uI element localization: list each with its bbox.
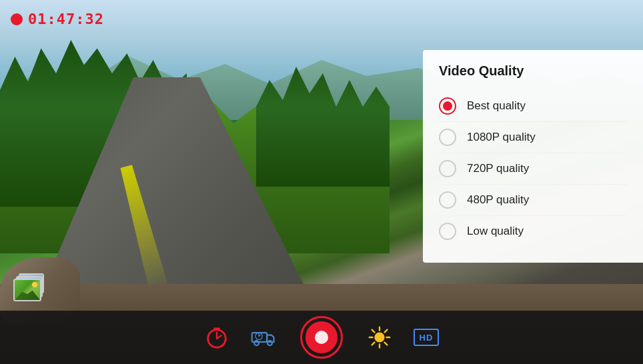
truck-icon xyxy=(251,325,276,350)
radio-720p xyxy=(439,160,456,177)
radio-1080p xyxy=(439,129,456,146)
radio-low xyxy=(439,223,456,240)
quality-option-720p[interactable]: 720P quality xyxy=(439,153,627,185)
radio-best xyxy=(439,97,456,115)
timer-icon xyxy=(204,325,229,350)
brightness-button[interactable] xyxy=(356,314,403,361)
recording-indicator: 01:47:32 xyxy=(11,11,104,27)
gallery-button[interactable] xyxy=(13,273,48,304)
quality-label-720p: 720P quality xyxy=(467,162,529,175)
record-button[interactable] xyxy=(300,316,343,359)
quality-label-1080p: 1080P quality xyxy=(467,131,536,144)
quality-label-480p: 480P quality xyxy=(467,193,529,207)
recording-time: 01:47:32 xyxy=(28,11,104,27)
quality-panel: Video Quality Best quality 1080P quality… xyxy=(423,50,643,263)
svg-line-18 xyxy=(372,343,375,345)
panel-title: Video Quality xyxy=(439,63,627,79)
recording-dot xyxy=(11,13,23,25)
quality-label-best: Best quality xyxy=(467,99,526,113)
bottom-toolbar: HD xyxy=(0,311,643,364)
truck-timer-button[interactable] xyxy=(240,314,287,361)
hd-button[interactable]: HD xyxy=(403,314,450,361)
sun-icon xyxy=(367,325,392,350)
radio-480p xyxy=(439,191,456,209)
svg-line-17 xyxy=(385,330,388,333)
hd-icon: HD xyxy=(414,329,439,346)
record-dot xyxy=(315,331,328,344)
quality-option-480p[interactable]: 480P quality xyxy=(439,185,627,216)
quality-option-low[interactable]: Low quality xyxy=(439,216,627,247)
svg-line-16 xyxy=(385,343,388,345)
radio-inner-best xyxy=(443,101,452,111)
svg-point-6 xyxy=(267,341,272,345)
timer-button[interactable] xyxy=(193,314,240,361)
svg-rect-4 xyxy=(252,333,267,342)
gallery-card-front xyxy=(13,279,41,301)
svg-line-15 xyxy=(372,330,375,333)
quality-option-1080p[interactable]: 1080P quality xyxy=(439,122,627,153)
svg-point-5 xyxy=(254,341,259,345)
quality-label-low: Low quality xyxy=(467,225,524,238)
quality-option-best[interactable]: Best quality xyxy=(439,91,627,122)
svg-point-10 xyxy=(374,332,384,342)
